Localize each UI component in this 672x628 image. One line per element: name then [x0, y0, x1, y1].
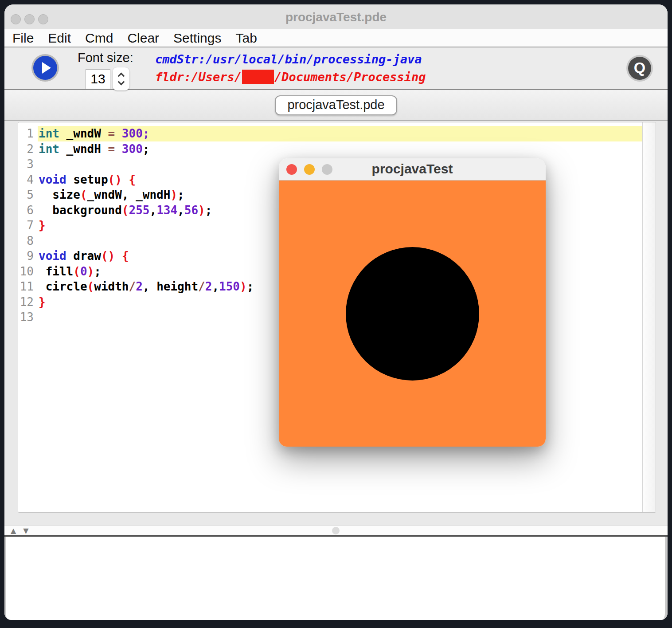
fldr-suffix: /Documents/Processing	[274, 70, 426, 84]
expand-console-icon[interactable]: ▲	[11, 527, 16, 534]
font-size-input[interactable]	[86, 69, 110, 89]
sketch-titlebar[interactable]: procjavaTest	[279, 158, 546, 181]
quit-button[interactable]: Q	[626, 55, 653, 82]
menu-tab[interactable]: Tab	[236, 31, 257, 46]
line-number: 10	[18, 264, 38, 279]
font-size-group: Font size:	[78, 51, 133, 90]
code-line-2: 2int _wndH = 300;	[18, 141, 642, 157]
console-output[interactable]	[4, 537, 668, 620]
sketch-traffic-lights	[286, 164, 332, 175]
tab-strip: procjavaTest.pde	[4, 90, 668, 121]
line-number: 4	[18, 172, 38, 188]
splitter-grip[interactable]	[332, 527, 340, 534]
code-text: int _wndH = 300;	[38, 141, 642, 157]
menu-settings[interactable]: Settings	[173, 31, 221, 46]
line-number: 6	[18, 203, 38, 218]
line-number: 3	[18, 157, 38, 172]
menu-edit[interactable]: Edit	[48, 31, 71, 46]
line-number: 2	[18, 141, 38, 157]
menu-bar: FileEditCmdClearSettingsTab	[4, 29, 668, 47]
ide-window: procjavaTest.pde FileEditCmdClearSetting…	[4, 4, 668, 620]
stepper-down-icon[interactable]	[117, 78, 125, 86]
window-title: procjavaTest.pde	[4, 10, 668, 24]
toolbar: Font size: cmdStr:/usr/local/bin/process…	[4, 47, 668, 90]
fldr-line: fldr:/Users//Documents/Processing	[155, 68, 426, 86]
sketch-zoom-button	[322, 164, 332, 175]
line-number: 11	[18, 279, 38, 294]
path-info: cmdStr:/usr/local/bin/processing-java fl…	[155, 51, 426, 86]
quit-button-label: Q	[628, 57, 651, 80]
run-button-circle	[33, 56, 57, 80]
console-splitter[interactable]: ▲ ▼	[4, 526, 668, 537]
line-number: 12	[18, 294, 38, 310]
line-number: 8	[18, 233, 38, 249]
sketch-close-button[interactable]	[286, 164, 297, 175]
menu-cmd[interactable]: Cmd	[85, 31, 113, 46]
tab-procjavatest[interactable]: procjavaTest.pde	[275, 95, 397, 115]
redaction-box	[242, 70, 274, 84]
sketch-window: procjavaTest	[279, 158, 546, 447]
font-size-stepper	[113, 67, 129, 90]
sketch-circle	[346, 247, 479, 381]
play-icon	[42, 62, 51, 74]
menu-file[interactable]: File	[12, 31, 34, 46]
titlebar: procjavaTest.pde	[4, 4, 668, 29]
line-number: 13	[18, 310, 38, 325]
run-button[interactable]	[31, 54, 59, 82]
sketch-canvas	[279, 181, 546, 447]
line-number: 9	[18, 248, 38, 264]
font-size-label: Font size:	[78, 51, 133, 65]
collapse-console-icon[interactable]: ▼	[23, 527, 28, 534]
menu-clear[interactable]: Clear	[127, 31, 159, 46]
cmd-str: cmdStr:/usr/local/bin/processing-java	[155, 51, 426, 68]
sketch-minimize-button[interactable]	[304, 164, 315, 175]
line-number: 1	[18, 126, 38, 141]
fldr-prefix: fldr:/Users/	[155, 70, 242, 84]
line-number: 5	[18, 187, 38, 203]
line-number: 7	[18, 218, 38, 233]
code-line-1: 1int _wndW = 300;	[18, 126, 642, 141]
editor-scrollbar[interactable]	[642, 122, 656, 512]
code-text: int _wndW = 300;	[38, 126, 642, 141]
